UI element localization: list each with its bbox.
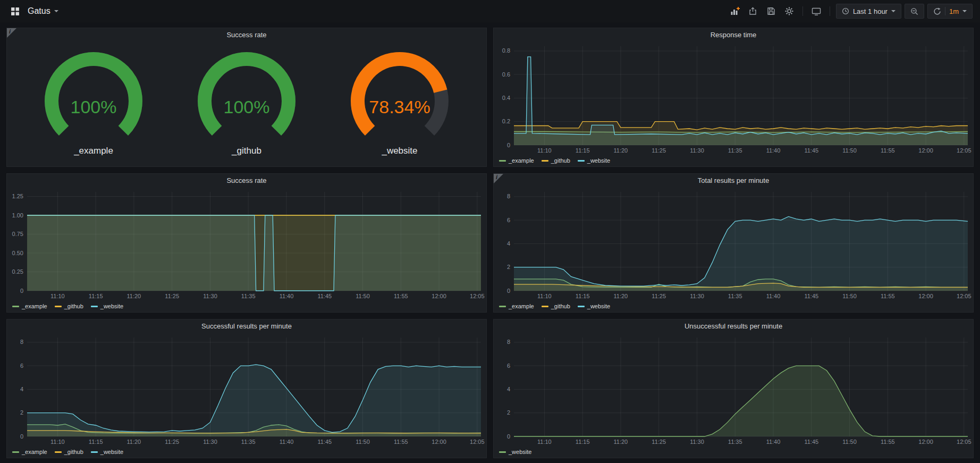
svg-text:11:40: 11:40 bbox=[280, 293, 294, 299]
panel-title[interactable]: Success rate bbox=[7, 28, 486, 42]
chart-legend: _example_github_website bbox=[7, 446, 486, 458]
legend-item[interactable]: _github bbox=[542, 303, 570, 309]
legend-item[interactable]: _website bbox=[578, 157, 610, 164]
series-color-swatch bbox=[12, 451, 19, 453]
button-divider bbox=[945, 7, 945, 15]
svg-text:0.8: 0.8 bbox=[502, 47, 510, 54]
chart-area[interactable]: 0246811:1011:1511:2011:2511:3011:3511:40… bbox=[494, 333, 973, 446]
svg-text:11:50: 11:50 bbox=[842, 293, 857, 299]
gauge-example: 100% _example bbox=[27, 50, 160, 156]
caret-down-icon bbox=[962, 10, 967, 12]
dashboard-grid: i Success rate 100% _example 100% _githu… bbox=[0, 22, 980, 463]
svg-text:8: 8 bbox=[507, 339, 510, 345]
legend-item[interactable]: _website bbox=[578, 303, 610, 309]
svg-text:11:25: 11:25 bbox=[652, 439, 666, 445]
legend-item[interactable]: _example bbox=[12, 449, 47, 455]
panel-title[interactable]: Response time bbox=[494, 28, 973, 42]
series-color-swatch bbox=[55, 451, 62, 453]
chart-area[interactable]: 0246811:1011:1511:2011:2511:3011:3511:40… bbox=[7, 333, 486, 446]
svg-text:12:00: 12:00 bbox=[918, 147, 933, 154]
svg-text:11:30: 11:30 bbox=[690, 439, 704, 445]
navbar: Gatus bbox=[0, 0, 980, 22]
svg-text:4: 4 bbox=[507, 386, 510, 392]
grid-icon[interactable] bbox=[7, 4, 22, 19]
settings-button[interactable] bbox=[782, 4, 797, 19]
panel-title[interactable]: Unsuccessful results per minute bbox=[494, 319, 973, 333]
svg-text:11:55: 11:55 bbox=[881, 293, 895, 299]
legend-item[interactable]: _example bbox=[499, 303, 534, 309]
svg-text:12:00: 12:00 bbox=[432, 293, 446, 299]
legend-series-name: _github bbox=[551, 157, 570, 164]
legend-item[interactable]: _github bbox=[55, 449, 83, 455]
panel-title[interactable]: Success rate bbox=[7, 174, 486, 188]
tv-mode-button[interactable] bbox=[809, 4, 824, 19]
legend-item[interactable]: _github bbox=[55, 303, 83, 309]
svg-text:11:45: 11:45 bbox=[804, 293, 818, 299]
svg-text:11:55: 11:55 bbox=[394, 439, 408, 445]
svg-text:12:05: 12:05 bbox=[957, 147, 971, 154]
legend-item[interactable]: _website bbox=[91, 449, 123, 455]
add-panel-button[interactable] bbox=[728, 4, 742, 19]
svg-text:11:25: 11:25 bbox=[652, 147, 666, 154]
svg-text:11:15: 11:15 bbox=[89, 293, 103, 299]
svg-text:6: 6 bbox=[507, 217, 510, 223]
time-range-button[interactable]: Last 1 hour bbox=[836, 4, 901, 19]
caret-down-icon bbox=[54, 10, 58, 12]
chart-legend: _website bbox=[494, 446, 973, 458]
svg-text:11:15: 11:15 bbox=[576, 439, 590, 445]
svg-text:0: 0 bbox=[507, 288, 510, 294]
svg-text:11:20: 11:20 bbox=[127, 439, 141, 445]
add-panel-icon bbox=[730, 6, 740, 16]
info-icon: i bbox=[496, 174, 497, 180]
legend-series-name: _github bbox=[551, 303, 570, 309]
legend-series-name: _website bbox=[100, 449, 123, 455]
legend-item[interactable]: _example bbox=[12, 303, 47, 309]
navbar-divider bbox=[802, 6, 803, 16]
panel-title[interactable]: Total results per minute bbox=[494, 174, 973, 188]
series-color-swatch bbox=[12, 306, 19, 307]
legend-series-name: _github bbox=[64, 449, 83, 455]
svg-text:4: 4 bbox=[20, 386, 23, 392]
svg-text:12:00: 12:00 bbox=[432, 439, 446, 445]
gauge-arc: 100% bbox=[27, 50, 160, 145]
svg-text:8: 8 bbox=[507, 193, 510, 199]
gauge-arc: 100% bbox=[180, 50, 313, 145]
series-color-swatch bbox=[91, 306, 98, 307]
share-icon bbox=[749, 7, 757, 15]
legend-item[interactable]: _github bbox=[542, 157, 570, 164]
svg-text:11:10: 11:10 bbox=[50, 293, 65, 299]
panel-info-corner[interactable]: i bbox=[7, 28, 16, 38]
svg-text:11:15: 11:15 bbox=[89, 439, 103, 445]
legend-item[interactable]: _website bbox=[91, 303, 123, 309]
chart-legend: _example_github_website bbox=[494, 300, 973, 312]
svg-text:100%: 100% bbox=[71, 97, 117, 117]
svg-text:4: 4 bbox=[507, 240, 510, 247]
legend-item[interactable]: _website bbox=[499, 449, 531, 455]
share-button[interactable] bbox=[746, 4, 761, 19]
panel-successful-results: Successful results per minute 0246811:10… bbox=[6, 319, 487, 458]
zoom-out-button[interactable] bbox=[905, 4, 924, 19]
svg-text:2: 2 bbox=[507, 409, 510, 416]
dashboard-title: Gatus bbox=[28, 6, 50, 16]
gauge-arc: 78.34% bbox=[333, 50, 466, 145]
svg-text:11:20: 11:20 bbox=[614, 439, 628, 445]
panel-info-corner[interactable]: i bbox=[494, 174, 503, 183]
refresh-button[interactable]: 1m bbox=[927, 4, 973, 19]
chart-area[interactable]: 00.250.500.751.001.2511:1011:1511:2011:2… bbox=[7, 188, 486, 300]
chart-area[interactable]: 00.20.40.60.811:1011:1511:2011:2511:3011… bbox=[494, 42, 973, 155]
gauge-website: 78.34% _website bbox=[333, 50, 466, 156]
chart-area[interactable]: 0246811:1011:1511:2011:2511:3011:3511:40… bbox=[494, 188, 973, 300]
gauge-arc-holder: 100% bbox=[27, 50, 160, 145]
panel-title[interactable]: Successful results per minute bbox=[7, 319, 486, 333]
legend-item[interactable]: _example bbox=[499, 157, 534, 164]
svg-text:11:15: 11:15 bbox=[576, 293, 590, 299]
dashboard-title-button[interactable]: Gatus bbox=[28, 6, 58, 16]
svg-text:0.50: 0.50 bbox=[12, 250, 23, 256]
gauge-label: _example bbox=[74, 146, 113, 156]
series-color-swatch bbox=[542, 160, 548, 162]
svg-text:0.25: 0.25 bbox=[12, 268, 23, 275]
svg-text:11:10: 11:10 bbox=[50, 439, 65, 445]
save-button[interactable] bbox=[764, 4, 779, 19]
svg-text:11:10: 11:10 bbox=[537, 439, 552, 445]
svg-text:11:40: 11:40 bbox=[766, 293, 781, 299]
